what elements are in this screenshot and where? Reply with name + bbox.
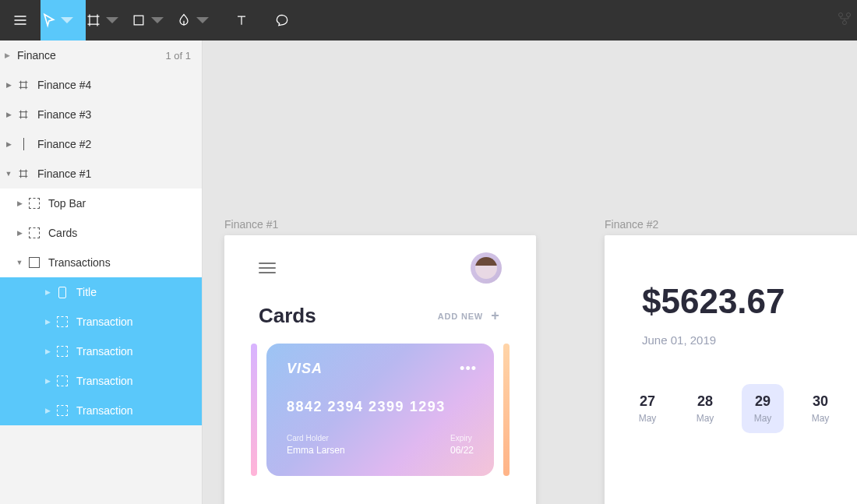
group-icon — [26, 197, 42, 210]
artboard-finance-2[interactable]: $5623.67 June 01, 2019 27May28May29May30… — [605, 235, 857, 504]
chevron-right-icon[interactable]: ▶ — [5, 81, 12, 89]
chevron-right-icon[interactable]: ▶ — [44, 347, 51, 355]
date-day: 30 — [813, 393, 828, 410]
chevron-right-icon[interactable]: ▶ — [44, 377, 51, 385]
cards-title: Cards — [259, 304, 316, 328]
chevron-down-icon[interactable]: ▼ — [16, 259, 23, 266]
comment-tool[interactable] — [262, 0, 302, 41]
date-pill[interactable]: 27May — [626, 384, 668, 433]
chevron-right-icon[interactable]: ▶ — [16, 199, 23, 207]
chevron-right-icon[interactable]: ▶ — [44, 407, 51, 414]
expiry-label: Expiry — [450, 434, 474, 442]
layer-row[interactable]: ▶Finance #3 — [0, 100, 202, 129]
chevron-right-icon[interactable]: ▶ — [16, 229, 23, 237]
balance-date: June 01, 2019 — [642, 333, 857, 347]
add-new-button[interactable]: ADD NEW + — [438, 310, 502, 322]
select-tool[interactable] — [41, 0, 86, 41]
svg-point-1 — [839, 13, 843, 17]
text-icon — [234, 12, 249, 28]
page-counter: 1 of 1 — [165, 50, 191, 62]
artboard-tool[interactable] — [86, 0, 131, 41]
chevron-down-icon — [195, 12, 210, 28]
layer-label: Title — [76, 286, 202, 298]
layer-label: Transaction — [76, 375, 202, 387]
layer-row[interactable]: ▶Title — [0, 277, 202, 307]
chevron-down-icon — [104, 12, 120, 28]
date-pill[interactable]: 29May — [742, 384, 784, 433]
layer-row[interactable]: ▶Transaction — [0, 396, 202, 425]
menu-button[interactable] — [0, 0, 41, 41]
date-month: May — [812, 413, 830, 424]
date-pill[interactable]: 28May — [684, 384, 726, 433]
canvas[interactable]: Finance #1 Cards ADD NEW + VISA ••• 8842… — [203, 41, 857, 504]
group-icon — [55, 375, 70, 387]
pen-tool[interactable] — [176, 0, 221, 41]
chevron-right-icon[interactable]: ▶ — [5, 111, 12, 118]
group-icon — [55, 345, 70, 358]
shape-tool[interactable] — [131, 0, 176, 41]
layer-label: Transaction — [76, 404, 202, 417]
date-month: May — [697, 413, 714, 424]
layer-row[interactable]: ▶Top Bar — [0, 189, 202, 218]
layer-row[interactable]: ▶Finance #4 — [0, 70, 202, 100]
group-icon — [55, 404, 70, 417]
layer-row[interactable]: ▶Finance #2 — [0, 129, 202, 159]
layer-label: Transaction — [76, 315, 202, 328]
svg-point-2 — [847, 13, 851, 17]
rectangle-icon — [26, 256, 42, 269]
layer-label: Cards — [48, 227, 202, 239]
add-new-label: ADD NEW — [438, 312, 483, 321]
page-name: Finance — [17, 49, 56, 62]
layer-row[interactable]: ▶Cards — [0, 218, 202, 248]
main: ▶ Finance 1 of 1 ▶Finance #4▶Finance #3▶… — [0, 41, 857, 504]
artboard-label[interactable]: Finance #1 — [224, 218, 278, 231]
layer-row[interactable]: ▶Transaction — [0, 337, 202, 366]
layer-label: Finance #2 — [37, 138, 202, 150]
layer-row[interactable]: ▼Transactions — [0, 248, 202, 277]
balance-section: $5623.67 June 01, 2019 — [605, 235, 857, 353]
card-next[interactable] — [503, 344, 510, 476]
ellipsis-icon[interactable]: ••• — [460, 361, 477, 377]
date-month: May — [754, 413, 772, 424]
card-number: 8842 2394 2399 1293 — [287, 399, 474, 415]
date-day: 27 — [640, 393, 655, 410]
artboard-icon — [16, 79, 31, 91]
date-day: 28 — [697, 393, 713, 410]
chevron-right-icon[interactable]: ▶ — [44, 288, 51, 296]
date-strip: 27May28May29May30May — [605, 353, 857, 433]
expiry-value: 06/22 — [450, 445, 474, 456]
layer-row[interactable]: ▶Transaction — [0, 307, 202, 337]
plus-icon: + — [489, 310, 502, 322]
cards-header: Cards ADD NEW + — [224, 298, 536, 344]
holder-label: Card Holder — [287, 434, 345, 442]
layer-label: Transactions — [48, 256, 202, 269]
card-brand: VISA — [287, 361, 474, 377]
chevron-down-icon[interactable]: ▼ — [5, 170, 12, 178]
chevron-right-icon[interactable]: ▶ — [44, 318, 51, 326]
svg-point-3 — [843, 21, 847, 25]
artboard-icon — [86, 12, 101, 28]
chevron-right-icon[interactable]: ▶ — [5, 140, 12, 148]
toolbar — [0, 0, 857, 41]
layer-row[interactable]: ▶Transaction — [0, 366, 202, 396]
artboard-label[interactable]: Finance #2 — [605, 218, 658, 231]
version-icon[interactable] — [837, 11, 852, 26]
page-row[interactable]: ▶ Finance 1 of 1 — [0, 41, 202, 70]
hamburger-icon[interactable] — [259, 263, 276, 273]
text-tool[interactable] — [221, 0, 262, 41]
date-pill[interactable]: 30May — [799, 384, 841, 433]
layer-row[interactable]: ▼Finance #1 — [0, 159, 202, 189]
pen-icon — [176, 12, 192, 28]
rectangle-icon — [131, 12, 146, 28]
layers-panel: ▶ Finance 1 of 1 ▶Finance #4▶Finance #3▶… — [0, 41, 203, 504]
holder-value: Emma Larsen — [287, 445, 345, 456]
chevron-down-icon — [59, 12, 75, 28]
cursor-icon — [41, 12, 56, 28]
card-prev[interactable] — [251, 344, 257, 476]
credit-card[interactable]: VISA ••• 8842 2394 2399 1293 Card Holder… — [266, 344, 494, 476]
avatar[interactable] — [471, 252, 502, 284]
chevron-down-icon — [150, 12, 165, 28]
artboard-finance-1[interactable]: Cards ADD NEW + VISA ••• 8842 2394 2399 … — [224, 235, 536, 504]
artboard-icon — [16, 108, 31, 121]
card-carousel: VISA ••• 8842 2394 2399 1293 Card Holder… — [224, 344, 536, 476]
